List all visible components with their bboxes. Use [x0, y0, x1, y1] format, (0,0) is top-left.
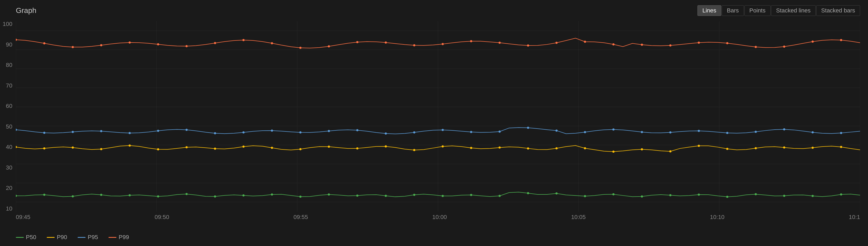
x-label-1005: 10:05: [571, 214, 586, 221]
x-label-0950: 09:50: [155, 214, 169, 221]
legend-p50: P50: [16, 234, 36, 241]
x-label-1000: 10:00: [432, 214, 447, 221]
x-label-1010: 10:10: [710, 214, 724, 221]
line-chart-canvas: [16, 21, 860, 212]
y-label-30: 30: [6, 165, 12, 171]
legend-p95-line: [78, 237, 86, 238]
graph-title: Graph: [16, 6, 36, 15]
chart-area: 100 90 80 70 60 50 40 30 20 10: [16, 21, 860, 225]
y-label-50: 50: [6, 124, 12, 130]
legend-p50-label: P50: [26, 234, 36, 241]
legend-p95: P95: [78, 234, 98, 241]
legend: P50 P90 P95 P99: [16, 234, 129, 241]
y-label-90: 90: [6, 42, 12, 48]
btn-bars[interactable]: Bars: [722, 5, 744, 16]
x-label-0955: 09:55: [293, 214, 308, 221]
btn-stacked-lines[interactable]: Stacked lines: [771, 5, 816, 16]
x-label-101: 10:1: [849, 214, 860, 221]
y-label-60: 60: [6, 103, 12, 109]
btn-stacked-bars[interactable]: Stacked bars: [816, 5, 860, 16]
y-label-20: 20: [6, 185, 12, 191]
y-label-100: 100: [3, 21, 12, 27]
legend-p90-label: P90: [57, 234, 67, 241]
legend-p99-line: [108, 237, 117, 238]
legend-p50-line: [16, 237, 24, 238]
y-label-80: 80: [6, 62, 12, 68]
y-label-10: 10: [6, 206, 12, 212]
chart-container: Graph Lines Bars Points Stacked lines St…: [0, 0, 868, 246]
btn-lines[interactable]: Lines: [698, 5, 721, 16]
legend-p90: P90: [47, 234, 67, 241]
view-buttons: Lines Bars Points Stacked lines Stacked …: [698, 5, 860, 16]
chart-header: Graph Lines Bars Points Stacked lines St…: [16, 5, 860, 16]
x-label-0945: 09:45: [16, 214, 30, 221]
x-axis: 09:45 09:50 09:55 10:00 10:05 10:10 10:1: [16, 212, 860, 225]
y-axis: 100 90 80 70 60 50 40 30 20 10: [3, 21, 14, 212]
legend-p95-label: P95: [88, 234, 98, 241]
legend-p99: P99: [108, 234, 129, 241]
y-label-70: 70: [6, 83, 12, 89]
btn-points[interactable]: Points: [744, 5, 771, 16]
y-label-40: 40: [6, 144, 12, 150]
legend-p99-label: P99: [119, 234, 129, 241]
legend-p90-line: [47, 237, 55, 238]
